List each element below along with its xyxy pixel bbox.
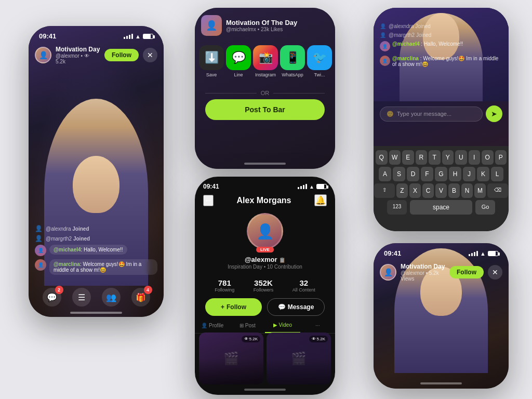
follow-button-5[interactable]: Follow — [449, 266, 484, 278]
chat-icon-button[interactable]: 💬 2 — [43, 288, 61, 307]
whatsapp-icon: 📱 — [280, 45, 305, 70]
instagram-icon: 📸 — [253, 45, 278, 70]
key-f[interactable]: F — [421, 167, 433, 181]
key-i[interactable]: I — [469, 150, 481, 165]
send-button[interactable]: ➤ — [486, 105, 502, 122]
video-grid: 🎬 👁 5.2K 🎬 👁 5.2K — [199, 332, 331, 384]
profile-actions: + Follow 💬 Message — [205, 298, 325, 316]
join-icon-2: 👤 — [380, 32, 386, 38]
post-to-bar-button[interactable]: Post To Bar — [205, 99, 325, 120]
key-s[interactable]: S — [393, 167, 405, 181]
key-space[interactable]: space — [410, 200, 472, 215]
stat-content: 32 All Content — [292, 278, 315, 292]
tab-post[interactable]: ⊞ Post — [230, 318, 265, 333]
share-divider: OR — [205, 90, 325, 96]
content-label: All Content — [292, 287, 315, 292]
stream-meta: @alexmor • 👁 5.2k — [56, 53, 100, 64]
video-thumb-2[interactable]: 🎬 👁 5.2K — [267, 332, 331, 384]
message-button[interactable]: 💬 Message — [267, 298, 325, 316]
share-app-instagram[interactable]: 📸 Instagram — [253, 45, 278, 77]
key-z[interactable]: Z — [396, 183, 408, 198]
signal-icon-5 — [469, 251, 478, 256]
signal-icon — [298, 184, 307, 189]
divider-line-right — [273, 93, 325, 94]
key-c[interactable]: C — [422, 183, 434, 198]
live-header-5: 👤 Motivation Day @alexmor • 5.2k Views F… — [380, 263, 502, 282]
notification-button[interactable]: 🔔 — [314, 194, 327, 206]
key-x[interactable]: X — [409, 183, 421, 198]
back-button[interactable]: ← — [203, 195, 214, 206]
follow-button[interactable]: Follow — [104, 49, 139, 61]
input-placeholder: Type your message... — [397, 111, 451, 117]
key-shift[interactable]: ⇧ — [374, 183, 395, 198]
key-e[interactable]: E — [402, 150, 414, 165]
chat-area: 👤 @alexndra Joined 👤 @margrth2 Joined 👤 … — [35, 225, 157, 278]
comment-avatar-2: 👤 — [380, 56, 390, 66]
gift-icon-button[interactable]: 🎁 4 — [131, 288, 150, 307]
msg-avatar-1: 👤 — [35, 245, 46, 256]
key-h[interactable]: H — [449, 167, 461, 181]
key-o[interactable]: O — [482, 150, 494, 165]
share-app-twitter[interactable]: 🐦 Twi... — [307, 45, 332, 77]
video-views-1: 👁 5.2K — [242, 336, 260, 342]
tab-profile[interactable]: 👤 Profile — [195, 318, 230, 333]
follow-button[interactable]: + Follow — [205, 298, 262, 316]
msg-icon: 💬 — [278, 303, 286, 311]
key-p[interactable]: P — [495, 150, 507, 165]
key-b[interactable]: B — [448, 183, 460, 198]
share-app-whatsapp[interactable]: 📱 WhatsApp — [280, 45, 305, 77]
key-g[interactable]: G — [435, 167, 447, 181]
key-u[interactable]: U — [455, 150, 467, 165]
key-j[interactable]: J — [463, 167, 475, 181]
eye-icon-2: 👁 — [312, 337, 316, 341]
key-k[interactable]: K — [477, 167, 489, 181]
key-a[interactable]: A — [379, 167, 391, 181]
key-delete[interactable]: ⌫ — [487, 183, 508, 198]
message-input[interactable]: 🙂 Type your message... — [380, 107, 483, 122]
close-button[interactable]: ✕ — [143, 48, 157, 62]
key-l[interactable]: L — [491, 167, 503, 181]
users-icon-button[interactable]: 👥 — [102, 288, 121, 307]
twitter-label: Twi... — [314, 72, 325, 77]
comment-avatar-1: 👤 — [380, 41, 390, 51]
profile-tab-label: Profile — [209, 323, 223, 328]
save-icon: ⬇️ — [199, 45, 224, 70]
key-v[interactable]: V — [435, 183, 447, 198]
avatar-5: 👤 — [380, 264, 396, 281]
line-icon: 💬 — [226, 45, 251, 70]
close-button-5[interactable]: ✕ — [488, 265, 502, 280]
video-thumb-1[interactable]: 🎬 👁 5.2K — [199, 332, 263, 384]
share-apps-row: ⬇️ Save 💬 Line 📸 Instagram 📱 WhatsApp 🐦 … — [199, 45, 331, 77]
twitter-icon: 🐦 — [307, 45, 332, 70]
key-n[interactable]: N — [461, 183, 473, 198]
home-indicator-5 — [420, 382, 462, 384]
msg-bubble-2: @marclina: Welcome guys!🤩 Im in a middle… — [49, 259, 157, 275]
view-count: 5.2k — [56, 59, 65, 64]
key-d[interactable]: D — [407, 167, 419, 181]
keyboard-row-4: 123 space Go — [376, 200, 507, 215]
share-app-line[interactable]: 💬 Line — [226, 45, 251, 77]
tab-more[interactable]: ··· — [300, 318, 336, 333]
key-w[interactable]: W — [389, 150, 401, 165]
send-icon: ➤ — [491, 110, 497, 118]
share-app-save[interactable]: ⬇️ Save — [199, 45, 224, 77]
profile-status-bar: 09:41 ▲ — [203, 183, 327, 190]
profile-username: @alexmor 📋 — [195, 256, 335, 263]
bottom-navigation: 💬 2 ☰ 👥 🎁 4 — [29, 288, 164, 307]
following-label: Following — [215, 287, 234, 292]
join-text-2: @margrth2 Joined — [389, 32, 431, 38]
key-q[interactable]: Q — [376, 150, 388, 165]
wifi-icon-5: ▲ — [480, 250, 486, 257]
menu-icon-button[interactable]: ☰ — [72, 288, 91, 307]
key-123[interactable]: 123 — [387, 200, 407, 215]
avatar: 👤 — [35, 47, 51, 63]
key-r[interactable]: R — [416, 150, 428, 165]
following-count: 781 — [215, 278, 234, 287]
key-go[interactable]: Go — [475, 200, 495, 215]
key-m[interactable]: M — [474, 183, 486, 198]
key-t[interactable]: T — [429, 150, 441, 165]
wifi-icon: ▲ — [135, 33, 141, 39]
key-y[interactable]: Y — [442, 150, 454, 165]
tab-video[interactable]: ▶ Video — [265, 318, 300, 333]
keyboard-row-3: ⇧ Z X C V B N M ⌫ — [376, 183, 507, 198]
